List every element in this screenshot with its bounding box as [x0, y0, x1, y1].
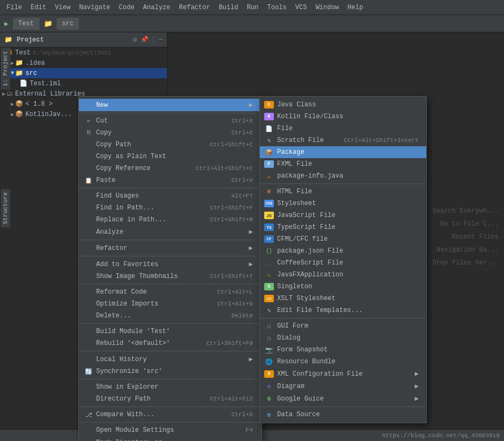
- menu-help[interactable]: Help: [343, 3, 367, 12]
- sub-typescript[interactable]: TS TypeScript File: [260, 221, 426, 233]
- sub-stylesheet[interactable]: CSS Stylesheet: [260, 198, 426, 209]
- toolbar-tab-src[interactable]: src: [57, 18, 79, 30]
- sub-form-snapshot[interactable]: 📷 Form Snapshot: [260, 344, 426, 356]
- pin-icon[interactable]: 📌: [140, 36, 149, 44]
- history-arrow-icon: ▶: [249, 355, 253, 363]
- ctx-sep-6: [79, 323, 261, 324]
- menu-navigate[interactable]: Navigate: [75, 3, 115, 12]
- ctx-analyze[interactable]: Analyze ▶: [79, 226, 261, 238]
- ctx-copy-plain[interactable]: Copy as Plain Text: [79, 151, 261, 162]
- menu-view[interactable]: View: [51, 3, 75, 12]
- sub-gui-form[interactable]: ☐ GUI Form: [260, 320, 426, 332]
- sub-data-source[interactable]: ⊞ Data Source: [260, 409, 426, 420]
- guice-icon: G: [264, 395, 274, 403]
- tree-ext-label: External Libraries: [15, 90, 85, 98]
- sub-coffeescript[interactable]: ☕ CoffeeScript File: [260, 257, 426, 269]
- tip-search: Search Everywh...: [433, 205, 499, 218]
- ctx-module-settings[interactable]: Open Module Settings F4: [79, 424, 261, 436]
- project-panel-title: Project: [17, 36, 44, 44]
- sub-package-info[interactable]: ☕ package-info.java: [260, 170, 426, 182]
- ctx-mark-dir[interactable]: Mark Directory as ▶: [79, 436, 261, 441]
- sub-singleton[interactable]: S Singleton: [260, 281, 426, 293]
- sub-diagram[interactable]: ◇ Diagram ▶: [260, 380, 426, 392]
- sub-html[interactable]: H HTML File: [260, 186, 426, 198]
- ctx-dir-path[interactable]: Directory Path Ctrl+Alt+F12: [79, 393, 261, 405]
- menu-tools[interactable]: Tools: [263, 3, 291, 12]
- ctx-build-module[interactable]: Build Module 'Test': [79, 325, 261, 337]
- sub-scratch-file[interactable]: ✎ Scratch File Ctrl+Alt+Shift+Insert: [260, 134, 426, 146]
- ctx-rebuild[interactable]: Rebuild '<default>' Ctrl+Shift+F9: [79, 337, 261, 349]
- ctx-favorites[interactable]: Add to Favorites ▶: [79, 258, 261, 270]
- sub-kotlin-class[interactable]: K Kotlin File/Class: [260, 111, 426, 123]
- xslt-icon: XS: [264, 295, 274, 302]
- ctx-find-path[interactable]: Find in Path... Ctrl+Shift+F: [79, 202, 261, 214]
- sub-xml-config[interactable]: X XML Configuration File ▶: [260, 368, 426, 380]
- ctx-compare[interactable]: ⎇ Compare With... Ctrl+D: [79, 409, 261, 420]
- project-header-icons: ⚙ 📌 | —: [133, 36, 163, 44]
- settings-icon[interactable]: ⚙: [133, 36, 137, 44]
- menu-edit[interactable]: Edit: [26, 3, 51, 12]
- guice-arrow: ▶: [415, 395, 419, 403]
- menu-vcs[interactable]: VCS: [291, 3, 312, 12]
- menu-build[interactable]: Build: [214, 3, 243, 12]
- minimize-icon[interactable]: —: [159, 36, 163, 44]
- sub-cfml[interactable]: CF CFML/CFC file: [260, 233, 426, 245]
- sub-sep-3: [260, 406, 426, 407]
- menu-window[interactable]: Window: [311, 3, 343, 12]
- ts-icon: TS: [264, 223, 274, 231]
- scratch-icon: ✎: [264, 137, 274, 144]
- tree-test-iml[interactable]: 📄 Test.iml: [0, 78, 167, 89]
- ctx-new[interactable]: New ▶: [79, 99, 261, 111]
- sub-java-class[interactable]: C Java Class: [260, 99, 426, 111]
- menu-refactor[interactable]: Refactor: [174, 3, 214, 12]
- sub-dialog[interactable]: ☐ Dialog: [260, 332, 426, 344]
- cut-icon: ✂: [84, 118, 93, 125]
- sub-xslt[interactable]: XS XSLT Stylesheet: [260, 293, 426, 304]
- ctx-paste[interactable]: 📋 Paste Ctrl+V: [79, 174, 261, 186]
- sub-package[interactable]: 📦 Package: [260, 146, 426, 158]
- menu-run[interactable]: Run: [243, 3, 263, 12]
- sub-google-guice[interactable]: G Google Guice ▶: [260, 392, 426, 405]
- snapshot-icon: 📷: [264, 346, 274, 354]
- menu-code[interactable]: Code: [115, 3, 139, 12]
- tree-root-label: Test: [15, 49, 31, 57]
- ctx-synchronize[interactable]: 🔄 Synchronize 'src': [79, 365, 261, 377]
- ctx-reformat[interactable]: Reformat Code Ctrl+Alt+L: [79, 286, 261, 298]
- sub-fxml[interactable]: F FXML File: [260, 158, 426, 170]
- ctx-cut[interactable]: ✂ Cut Ctrl+X: [79, 115, 261, 127]
- menu-file[interactable]: File: [2, 3, 26, 12]
- sub-edit-templates[interactable]: ✎ Edit File Templates...: [260, 304, 426, 316]
- ctx-copy-path[interactable]: Copy Path Ctrl+Shift+C: [79, 139, 261, 151]
- tree-src[interactable]: ▼ 📁 src: [0, 68, 167, 78]
- sub-javascript[interactable]: JS JavaScript File: [260, 209, 426, 221]
- structure-vertical-tab[interactable]: Structure: [0, 189, 10, 227]
- packagejson-icon: {}: [264, 247, 274, 255]
- ctx-find-usages[interactable]: Find Usages Alt+F7: [79, 190, 261, 202]
- ctx-copy-ref[interactable]: Copy Reference Ctrl+Alt+Shift+C: [79, 162, 261, 174]
- ctx-show-explorer[interactable]: Show in Explorer: [79, 381, 261, 393]
- sub-file[interactable]: 📄 File: [260, 123, 426, 134]
- submenu-new: C Java Class K Kotlin File/Class 📄 File …: [259, 96, 427, 423]
- ctx-sep-10: [79, 422, 261, 423]
- toolbar-tab-test[interactable]: Test: [13, 18, 39, 30]
- sub-resource-bundle[interactable]: 🌐 Resource Bundle: [260, 356, 426, 368]
- fxml-icon: F: [264, 160, 274, 168]
- sub-packagejson[interactable]: {} package.json File: [260, 245, 426, 257]
- dialog-icon: ☐: [264, 334, 274, 342]
- sub-sep-1: [260, 184, 426, 184]
- sub-javafx[interactable]: ☕ JavaFXApplication: [260, 269, 426, 281]
- ctx-local-history[interactable]: Local History ▶: [79, 353, 261, 365]
- ctx-thumbnails[interactable]: Show Image Thumbnails Ctrl+Shift+T: [79, 270, 261, 282]
- menu-analyze[interactable]: Analyze: [139, 3, 174, 12]
- project-vertical-tab[interactable]: 1: Project: [0, 48, 10, 90]
- favorites-arrow-icon: ▶: [249, 260, 253, 268]
- markdir-arrow-icon: ▶: [249, 438, 253, 441]
- ctx-copy[interactable]: ⎘ Copy Ctrl+C: [79, 127, 261, 139]
- ctx-optimize-imports[interactable]: Optimize Imports Ctrl+Alt+O: [79, 298, 261, 310]
- ctx-replace-path[interactable]: Replace in Path... Ctrl+Shift+R: [79, 214, 261, 226]
- ctx-sep-2: [79, 188, 261, 188]
- tree-root[interactable]: ▼ 🖥 Test E:\myJava\project\Test: [0, 48, 167, 58]
- ctx-delete[interactable]: Delete... Delete: [79, 310, 261, 322]
- tree-idea[interactable]: ▶ 📁 .idea: [0, 58, 167, 68]
- ctx-refactor[interactable]: Refactor ▶: [79, 242, 261, 254]
